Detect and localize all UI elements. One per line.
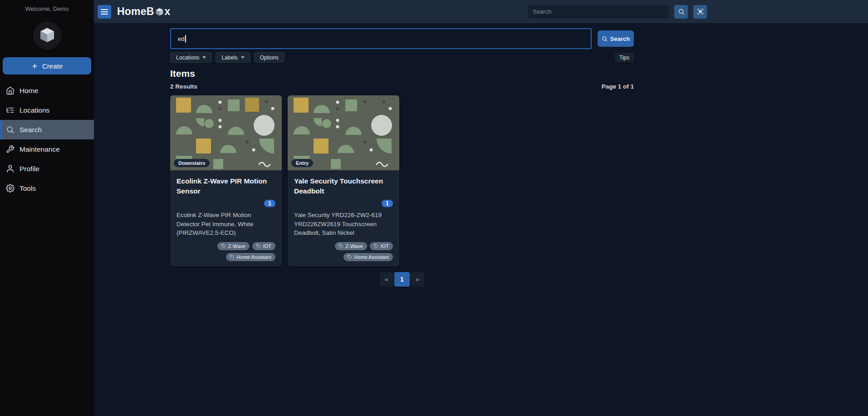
item-title[interactable]: Yale Security Touchscreen Deadbolt [294, 176, 393, 197]
item-labels: Z-Wave IOT Home Assistant [294, 238, 393, 261]
search-row: ed Search [170, 28, 634, 49]
topbar-search-button[interactable] [674, 5, 688, 19]
brand-text-post: x [165, 5, 171, 18]
sidebar-logo[interactable] [33, 21, 61, 50]
quantity-badge: 1 [264, 200, 275, 207]
top-bar: HomeB x [94, 0, 868, 23]
create-button-label: Create [42, 62, 63, 70]
tag-icon [339, 244, 343, 248]
sidebar-item-tools[interactable]: Tools [0, 178, 94, 198]
plus-icon [31, 63, 38, 69]
search-submit-button[interactable]: Search [598, 30, 634, 47]
search-icon [678, 8, 685, 15]
sidebar-item-label: Locations [20, 106, 49, 114]
label-chip[interactable]: Home Assistant [343, 253, 393, 261]
person-icon [6, 164, 15, 173]
item-title[interactable]: Ecolink Z-Wave PIR Motion Sensor [177, 176, 275, 197]
sidebar-item-locations[interactable]: Locations [0, 100, 94, 120]
search-query-input[interactable]: ed [170, 28, 592, 49]
item-card-body: Ecolink Z-Wave PIR Motion Sensor 1 Ecoli… [170, 170, 282, 267]
label-chip[interactable]: Home Assistant [226, 253, 275, 261]
page-indicator: Page 1 of 1 [602, 83, 634, 90]
results-count: 2 Results [170, 83, 197, 90]
label-chip-text: IOT [263, 243, 271, 249]
label-chip-text: IOT [381, 243, 389, 249]
tag-icon [221, 244, 226, 248]
app-title[interactable]: HomeB x [117, 5, 171, 18]
labels-filter-button[interactable]: Labels [216, 52, 250, 63]
results-row: 2 Results Page 1 of 1 [170, 83, 634, 90]
app-root: Welcome, Demo Create Home Locations [0, 0, 868, 416]
sidebar-item-profile[interactable]: Profile [0, 159, 94, 178]
label-chip-text: Z-Wave [346, 243, 363, 249]
brand-text-pre: HomeB [117, 5, 154, 18]
gear-icon [6, 184, 15, 193]
sidebar-item-home[interactable]: Home [0, 81, 94, 100]
sidebar: Welcome, Demo Create Home Locations [0, 0, 94, 416]
label-chip[interactable]: IOT [252, 242, 275, 250]
search-icon [6, 125, 15, 134]
sidebar-item-label: Profile [20, 165, 39, 173]
item-card-body: Yale Security Touchscreen Deadbolt 1 Yal… [288, 170, 399, 267]
create-button[interactable]: Create [3, 57, 91, 74]
item-thumbnail: Downstairs [170, 95, 282, 170]
item-description: Ecolink Z-Wave PIR Motion Detector Pet I… [177, 211, 275, 238]
search-submit-label: Search [610, 35, 630, 42]
qr-scan-button[interactable] [693, 5, 707, 19]
welcome-text: Welcome, Demo [0, 5, 94, 12]
tag-icon [230, 255, 235, 259]
item-labels: Z-Wave IOT Home Assistant [177, 238, 275, 261]
pagination-page-1-button[interactable]: 1 [394, 272, 410, 287]
home-icon [6, 86, 15, 95]
item-cards-grid: Downstairs Ecolink Z-Wave PIR Motion Sen… [170, 95, 868, 267]
sidebar-item-label: Home [20, 87, 38, 95]
labels-filter-label: Labels [221, 54, 237, 61]
item-description: Yale Security YRD226-ZW2-619 YRD226ZW261… [294, 211, 393, 238]
qr-scan-icon [697, 8, 704, 15]
item-card[interactable]: Entry Yale Security Touchscreen Deadbolt… [288, 95, 399, 267]
tag-icon [374, 244, 378, 248]
chevron-down-icon [202, 56, 206, 59]
location-badge[interactable]: Downstairs [174, 159, 210, 167]
options-filter-button[interactable]: Options [254, 52, 284, 63]
main-content: ed Search Locations Labels Options Tips … [94, 23, 868, 416]
homebox-cube-icon [38, 26, 56, 45]
items-heading: Items [170, 68, 868, 79]
sidebar-item-search[interactable]: Search [0, 120, 94, 139]
sidebar-item-label: Search [20, 126, 42, 134]
pagination: « 1 » [170, 272, 634, 287]
menu-button[interactable] [98, 5, 111, 19]
topbar-search-input[interactable] [528, 5, 669, 19]
search-query-text: ed [178, 35, 185, 42]
tips-button[interactable]: Tips [615, 53, 634, 62]
label-chip-text: Home Assistant [237, 254, 271, 260]
filter-row: Locations Labels Options Tips [170, 52, 634, 63]
tag-icon [348, 255, 352, 259]
pagination-prev-button[interactable]: « [380, 272, 393, 287]
item-card[interactable]: Downstairs Ecolink Z-Wave PIR Motion Sen… [170, 95, 282, 267]
quantity-row: 1 [177, 200, 275, 207]
sidebar-item-label: Tools [20, 184, 36, 193]
sidebar-nav: Home Locations Search Maintenance Profil… [0, 81, 94, 198]
quantity-row: 1 [294, 200, 393, 207]
locations-filter-button[interactable]: Locations [170, 52, 212, 63]
label-chip-text: Home Assistant [354, 254, 389, 260]
homebox-logo-icon [155, 7, 164, 17]
sidebar-item-maintenance[interactable]: Maintenance [0, 139, 94, 159]
search-icon [602, 36, 608, 42]
item-thumbnail: Entry [288, 95, 399, 170]
sidebar-item-label: Maintenance [20, 145, 60, 154]
label-chip[interactable]: Z-Wave [335, 242, 367, 250]
tag-icon [256, 244, 261, 248]
options-filter-label: Options [260, 54, 279, 61]
wrench-icon [6, 145, 15, 154]
location-badge[interactable]: Entry [291, 159, 313, 167]
label-chip[interactable]: Z-Wave [217, 242, 250, 250]
pagination-next-button[interactable]: » [411, 272, 424, 287]
label-chip[interactable]: IOT [370, 242, 393, 250]
label-chip-text: Z-Wave [228, 243, 245, 249]
locations-filter-label: Locations [176, 54, 199, 61]
text-caret [185, 35, 186, 43]
chevron-down-icon [241, 56, 245, 59]
quantity-badge: 1 [382, 200, 393, 207]
